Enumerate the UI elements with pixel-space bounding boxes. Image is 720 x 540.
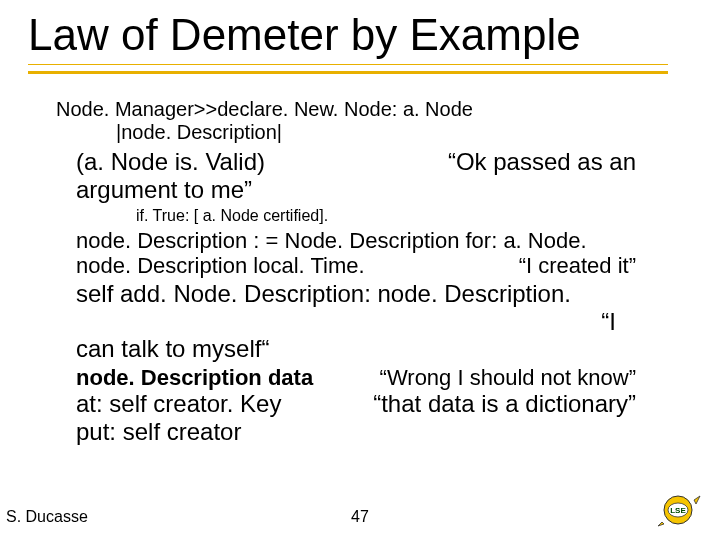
- lse-logo-icon: LSE: [656, 490, 702, 530]
- code-put: put: self creator: [76, 418, 676, 446]
- slide: Law of Demeter by Example Node. Manager>…: [0, 0, 720, 540]
- footer-author: S. Ducasse: [6, 508, 88, 526]
- code-at-right: “that data is a dictionary”: [373, 390, 636, 418]
- code-guard-comment: “Ok passed as an: [448, 148, 636, 176]
- code-assign2-right: “I created it”: [519, 253, 636, 278]
- code-self-add: self add. Node. Description: node. Descr…: [76, 280, 676, 308]
- logo-text: LSE: [670, 506, 686, 515]
- code-at-left: at: self creator. Key: [76, 390, 281, 418]
- code-guard-cont: argument to me”: [76, 176, 676, 204]
- code-assign1: node. Description : = Node. Description …: [76, 228, 676, 253]
- footer-page-number: 47: [351, 508, 369, 526]
- code-temp-vars: |node. Description|: [116, 121, 676, 144]
- slide-title: Law of Demeter by Example: [28, 10, 581, 60]
- code-data-right: “Wrong I should not know”: [380, 365, 636, 390]
- code-data-left: node. Description data: [76, 365, 313, 390]
- title-underline: [28, 64, 668, 74]
- code-quote-i: “I: [56, 308, 616, 336]
- code-method-header: Node. Manager>>declare. New. Node: a. No…: [56, 98, 676, 121]
- code-guard-expr: (a. Node is. Valid): [76, 148, 265, 176]
- code-can-talk: can talk to myself“: [76, 335, 676, 363]
- slide-body: Node. Manager>>declare. New. Node: a. No…: [56, 98, 676, 445]
- code-assign2-left: node. Description local. Time.: [76, 253, 365, 278]
- code-iftrue: if. True: [ a. Node certified].: [136, 207, 676, 225]
